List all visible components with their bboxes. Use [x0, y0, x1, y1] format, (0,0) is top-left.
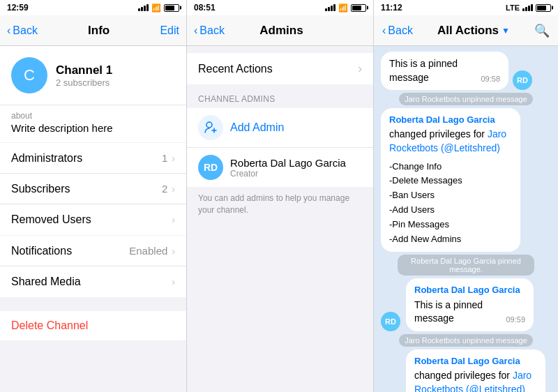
notifications-item[interactable]: Notifications Enabled › — [0, 236, 186, 266]
action-text-1: changed privileges for Jaro Rocketbots (… — [389, 128, 512, 155]
signal-panel2 — [325, 4, 335, 11]
admin-avatar: RD — [198, 155, 223, 180]
nav-title-panel3: All Actions — [437, 24, 499, 38]
shared-media-label: Shared Media — [11, 276, 81, 288]
action-bubble-1: Roberta Dal Lago Garcia changed privileg… — [381, 108, 520, 252]
status-bar-panel3: 11:12 LTE — [374, 0, 558, 15]
action-list-1: -Change Info -Delete Messages -Ban Users… — [389, 160, 512, 247]
message-bubble-2: Roberta Dal Lago Garcia This is a pinned… — [406, 278, 534, 331]
admin-name: Roberta Dal Lago Garcia — [230, 157, 346, 169]
wifi-panel2: 📶 — [338, 3, 348, 13]
administrators-count: 1 — [162, 152, 167, 164]
notifications-label: Notifications — [11, 245, 72, 257]
status-bar-panel1: 12:59 📶 — [0, 0, 187, 15]
action-text-2: changed privileges for Jaro Rocketbots (… — [414, 369, 537, 392]
chevron-right-icon-5: › — [172, 276, 175, 287]
delete-channel-button[interactable]: Delete Channel — [0, 311, 186, 340]
recent-actions-label: Recent Actions — [198, 63, 273, 75]
svg-point-0 — [206, 122, 212, 128]
status-bar-panel2: 08:51 📶 — [187, 0, 374, 15]
search-button[interactable]: 🔍 — [534, 23, 550, 38]
add-admin-button[interactable]: Add Admin — [187, 108, 373, 148]
admin-menu-section: Administrators 1 › Subscribers 2 › Remov… — [0, 143, 186, 235]
removed-users-item[interactable]: Removed Users › — [0, 204, 186, 235]
action-sender-2: Roberta Dal Lago Garcia — [414, 355, 537, 368]
edit-button[interactable]: Edit — [160, 24, 179, 37]
channel-avatar: C — [11, 57, 47, 93]
signal-panel3 — [522, 4, 533, 11]
dropdown-arrow-icon: ▼ — [502, 26, 510, 36]
chevron-left-icon-3: ‹ — [382, 24, 386, 37]
msg-time-1: 09:58 — [481, 74, 500, 84]
signal-panel1 — [138, 4, 149, 11]
admins-content: Recent Actions › CHANNEL ADMINS Add Admi… — [187, 46, 373, 392]
channel-admins-label: CHANNEL ADMINS — [187, 84, 373, 108]
back-button-panel2[interactable]: ‹ Back — [194, 24, 225, 37]
chat-messages: This is a pinned message 09:58 RD Jaro R… — [374, 46, 558, 392]
admins-panel: ‹ Back Admins Recent Actions › CHANNEL A… — [187, 15, 374, 392]
notifications-value: Enabled — [129, 245, 167, 257]
description-section: about Write description here — [0, 105, 186, 142]
chat-message-text-2: This is a pinned message — [414, 299, 497, 326]
battery-panel3 — [536, 4, 551, 12]
time-panel1: 12:59 — [7, 3, 29, 13]
time-panel3: 11:12 — [381, 3, 402, 13]
action-bubble-2: Roberta Dal Lago Garcia changed privileg… — [406, 349, 545, 392]
back-button-panel1[interactable]: ‹ Back — [7, 24, 38, 37]
nav-bar-panel2: ‹ Back Admins — [187, 15, 373, 46]
battery-panel1 — [164, 4, 179, 12]
channel-info-panel: ‹ Back Info Edit C Channel 1 2 subscribe… — [0, 15, 187, 392]
message-row-2: Roberta Dal Lago Garcia changed privileg… — [381, 108, 551, 252]
description-text: Write description here — [11, 122, 175, 134]
nav-title-panel1: Info — [88, 24, 110, 38]
wifi-panel1: 📶 — [151, 3, 161, 13]
administrators-label: Administrators — [11, 152, 82, 165]
system-message-2: Roberta Dal Lago Garcia pinned message. — [398, 255, 534, 276]
about-label: about — [11, 111, 175, 121]
add-admin-icon — [198, 115, 223, 140]
action-sender-1: Roberta Dal Lago Garcia — [389, 114, 512, 126]
battery-panel2 — [351, 4, 366, 12]
chevron-right-icon-6: › — [358, 61, 362, 76]
shared-media-item[interactable]: Shared Media › — [0, 266, 186, 297]
delete-section: Delete Channel — [0, 311, 186, 340]
admin-help-text: You can add admins to help you manage yo… — [187, 187, 373, 226]
notifications-section: Notifications Enabled › Shared Media › — [0, 236, 186, 297]
message-row-1: This is a pinned message 09:58 RD — [381, 52, 551, 90]
chevron-right-icon-3: › — [172, 214, 175, 225]
chevron-right-icon-2: › — [172, 183, 175, 195]
subscribers-item[interactable]: Subscribers 2 › — [0, 174, 186, 204]
lte-label: LTE — [506, 3, 520, 12]
nav-bar-panel1: ‹ Back Info Edit — [0, 15, 186, 46]
admin-row: RD Roberta Dal Lago Garcia Creator — [187, 148, 373, 187]
nav-title-panel2: Admins — [259, 24, 303, 38]
chevron-left-icon-2: ‹ — [194, 24, 197, 37]
msg-time-2: 09:59 — [506, 315, 525, 325]
chevron-left-icon: ‹ — [7, 24, 10, 37]
nav-bar-panel3: ‹ Back All Actions ▼ 🔍 — [374, 15, 558, 46]
time-panel2: 08:51 — [194, 3, 216, 13]
admin-role: Creator — [230, 169, 346, 179]
recent-actions-item[interactable]: Recent Actions › — [187, 53, 373, 84]
channel-name: Channel 1 — [56, 63, 112, 77]
back-button-panel3[interactable]: ‹ Back — [382, 24, 413, 37]
all-actions-panel: ‹ Back All Actions ▼ 🔍 This is a pinned … — [374, 15, 558, 392]
avatar-rd-1: RD — [513, 70, 532, 90]
chevron-right-icon: › — [172, 153, 175, 164]
avatar-rd-2: RD — [381, 312, 400, 331]
system-message-1: Jaro Rocketbots unpinned message — [399, 93, 533, 105]
message-row-4: RD Roberta Dal Lago Garcia changed privi… — [381, 349, 551, 392]
message-row-3: RD Roberta Dal Lago Garcia This is a pin… — [381, 278, 551, 331]
msg-sender-2: Roberta Dal Lago Garcia — [414, 284, 525, 296]
mention-1: Jaro Rocketbots (@Letitshred) — [389, 128, 506, 153]
administrators-item[interactable]: Administrators 1 › — [0, 143, 186, 174]
removed-users-label: Removed Users — [11, 213, 91, 226]
channel-subscribers: 2 subscribers — [56, 77, 112, 88]
subscribers-count: 2 — [162, 183, 167, 195]
message-bubble-1: This is a pinned message 09:58 — [381, 52, 508, 90]
add-admin-label: Add Admin — [230, 121, 284, 134]
subscribers-label: Subscribers — [11, 183, 70, 195]
mention-2: Jaro Rocketbots (@Letitshred) — [414, 370, 531, 392]
chevron-right-icon-4: › — [172, 246, 175, 257]
channel-header: C Channel 1 2 subscribers — [0, 46, 186, 105]
